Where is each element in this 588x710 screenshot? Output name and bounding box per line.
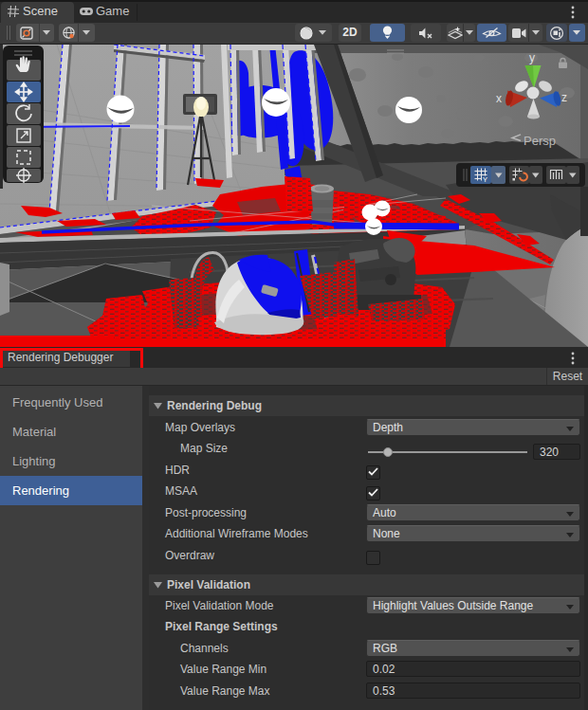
svg-text:y: y (529, 51, 535, 64)
svg-text:z: z (561, 91, 567, 104)
svg-text:x: x (496, 92, 502, 105)
svg-text:Y: Y (483, 175, 487, 184)
svg-text:Persp: Persp (524, 134, 556, 148)
